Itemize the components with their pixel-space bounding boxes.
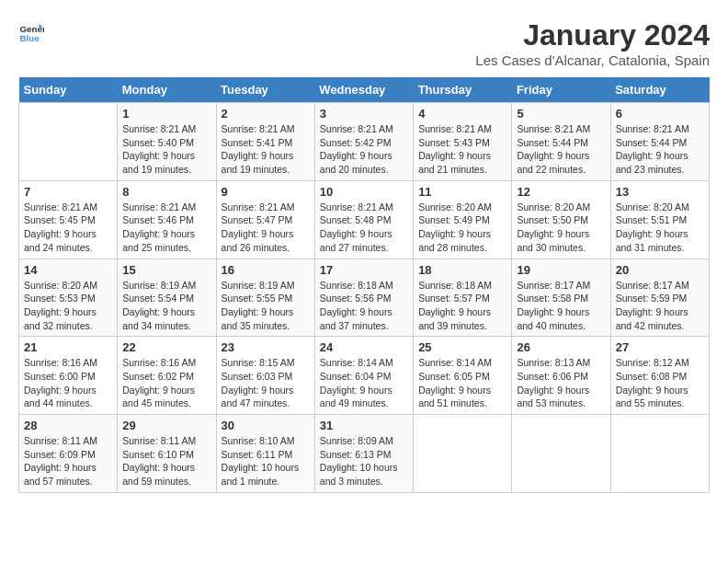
logo: General Blue [18, 18, 44, 44]
calendar-cell: 19Sunrise: 8:17 AM Sunset: 5:58 PM Dayli… [512, 259, 610, 337]
day-number: 28 [24, 419, 112, 432]
day-info: Sunrise: 8:21 AM Sunset: 5:40 PM Dayligh… [122, 122, 210, 177]
calendar-cell: 7Sunrise: 8:21 AM Sunset: 5:45 PM Daylig… [19, 180, 118, 259]
day-info: Sunrise: 8:19 AM Sunset: 5:55 PM Dayligh… [222, 279, 310, 333]
week-row-3: 14Sunrise: 8:20 AM Sunset: 5:53 PM Dayli… [19, 259, 710, 337]
subtitle: Les Cases d'Alcanar, Catalonia, Spain [475, 52, 710, 68]
calendar-cell: 26Sunrise: 8:13 AM Sunset: 6:06 PM Dayli… [512, 337, 610, 415]
day-number: 13 [616, 185, 704, 199]
day-info: Sunrise: 8:14 AM Sunset: 6:04 PM Dayligh… [320, 356, 408, 410]
day-info: Sunrise: 8:20 AM Sunset: 5:53 PM Dayligh… [24, 279, 112, 333]
calendar-cell: 22Sunrise: 8:16 AM Sunset: 6:02 PM Dayli… [118, 337, 216, 415]
header-sunday: Sunday [19, 77, 118, 103]
day-number: 18 [418, 263, 506, 277]
day-info: Sunrise: 8:09 AM Sunset: 6:13 PM Dayligh… [320, 434, 408, 488]
day-info: Sunrise: 8:16 AM Sunset: 6:02 PM Dayligh… [122, 356, 210, 410]
calendar-cell: 23Sunrise: 8:15 AM Sunset: 6:03 PM Dayli… [216, 337, 314, 415]
header-tuesday: Tuesday [216, 77, 314, 103]
calendar-cell [19, 103, 118, 181]
day-info: Sunrise: 8:11 AM Sunset: 6:09 PM Dayligh… [24, 434, 112, 488]
day-number: 12 [517, 185, 605, 199]
day-number: 1 [122, 107, 210, 121]
day-info: Sunrise: 8:17 AM Sunset: 5:59 PM Dayligh… [616, 279, 704, 333]
day-info: Sunrise: 8:19 AM Sunset: 5:54 PM Dayligh… [122, 279, 210, 333]
day-number: 25 [418, 340, 506, 354]
calendar-cell: 8Sunrise: 8:21 AM Sunset: 5:46 PM Daylig… [118, 180, 216, 259]
header-wednesday: Wednesday [314, 77, 413, 103]
calendar-cell: 31Sunrise: 8:09 AM Sunset: 6:13 PM Dayli… [314, 415, 413, 493]
calendar-cell: 12Sunrise: 8:20 AM Sunset: 5:50 PM Dayli… [512, 180, 610, 259]
day-number: 7 [24, 185, 112, 199]
day-number: 14 [24, 263, 112, 277]
day-info: Sunrise: 8:18 AM Sunset: 5:56 PM Dayligh… [320, 279, 408, 333]
calendar-cell: 18Sunrise: 8:18 AM Sunset: 5:57 PM Dayli… [414, 259, 512, 337]
day-info: Sunrise: 8:11 AM Sunset: 6:10 PM Dayligh… [122, 434, 210, 488]
day-number: 30 [222, 419, 310, 432]
calendar-cell [414, 415, 512, 493]
day-number: 10 [320, 185, 408, 199]
calendar-header-row: SundayMondayTuesdayWednesdayThursdayFrid… [19, 77, 710, 103]
day-number: 5 [517, 107, 605, 121]
day-info: Sunrise: 8:21 AM Sunset: 5:45 PM Dayligh… [24, 201, 112, 255]
day-info: Sunrise: 8:16 AM Sunset: 6:00 PM Dayligh… [24, 356, 112, 410]
day-info: Sunrise: 8:21 AM Sunset: 5:47 PM Dayligh… [222, 201, 310, 255]
week-row-2: 7Sunrise: 8:21 AM Sunset: 5:45 PM Daylig… [19, 180, 710, 259]
calendar-cell: 30Sunrise: 8:10 AM Sunset: 6:11 PM Dayli… [216, 415, 314, 493]
header-saturday: Saturday [610, 77, 709, 103]
day-info: Sunrise: 8:15 AM Sunset: 6:03 PM Dayligh… [222, 356, 310, 410]
day-number: 20 [616, 263, 704, 277]
calendar-cell: 28Sunrise: 8:11 AM Sunset: 6:09 PM Dayli… [19, 415, 118, 493]
day-number: 31 [320, 419, 408, 432]
day-info: Sunrise: 8:12 AM Sunset: 6:08 PM Dayligh… [616, 356, 704, 410]
day-number: 27 [616, 340, 704, 354]
day-info: Sunrise: 8:21 AM Sunset: 5:48 PM Dayligh… [320, 201, 408, 255]
header-thursday: Thursday [414, 77, 512, 103]
day-info: Sunrise: 8:20 AM Sunset: 5:49 PM Dayligh… [418, 201, 506, 255]
calendar-cell: 16Sunrise: 8:19 AM Sunset: 5:55 PM Dayli… [216, 259, 314, 337]
day-info: Sunrise: 8:20 AM Sunset: 5:51 PM Dayligh… [616, 201, 704, 255]
day-number: 4 [418, 107, 506, 121]
day-info: Sunrise: 8:21 AM Sunset: 5:41 PM Dayligh… [222, 122, 310, 177]
calendar-cell: 4Sunrise: 8:21 AM Sunset: 5:43 PM Daylig… [414, 103, 512, 181]
title-area: January 2024 Les Cases d'Alcanar, Catalo… [475, 18, 710, 68]
day-number: 8 [122, 185, 210, 199]
calendar-cell: 25Sunrise: 8:14 AM Sunset: 6:05 PM Dayli… [414, 337, 512, 415]
day-number: 23 [222, 340, 310, 354]
day-info: Sunrise: 8:20 AM Sunset: 5:50 PM Dayligh… [517, 201, 605, 255]
day-number: 29 [122, 419, 210, 432]
main-title: January 2024 [475, 18, 710, 52]
calendar-cell: 9Sunrise: 8:21 AM Sunset: 5:47 PM Daylig… [216, 180, 314, 259]
calendar-cell: 3Sunrise: 8:21 AM Sunset: 5:42 PM Daylig… [314, 103, 413, 181]
calendar-cell: 5Sunrise: 8:21 AM Sunset: 5:44 PM Daylig… [512, 103, 610, 181]
day-number: 19 [517, 263, 605, 277]
calendar-cell [610, 415, 709, 493]
calendar-cell: 13Sunrise: 8:20 AM Sunset: 5:51 PM Dayli… [610, 180, 709, 259]
day-info: Sunrise: 8:13 AM Sunset: 6:06 PM Dayligh… [517, 356, 605, 410]
day-number: 3 [320, 107, 408, 121]
week-row-5: 28Sunrise: 8:11 AM Sunset: 6:09 PM Dayli… [19, 415, 710, 493]
header-friday: Friday [512, 77, 610, 103]
day-info: Sunrise: 8:17 AM Sunset: 5:58 PM Dayligh… [517, 279, 605, 333]
calendar-cell: 10Sunrise: 8:21 AM Sunset: 5:48 PM Dayli… [314, 180, 413, 259]
day-info: Sunrise: 8:21 AM Sunset: 5:44 PM Dayligh… [616, 122, 704, 177]
calendar-cell: 2Sunrise: 8:21 AM Sunset: 5:41 PM Daylig… [216, 103, 314, 181]
svg-text:Blue: Blue [19, 33, 40, 43]
week-row-1: 1Sunrise: 8:21 AM Sunset: 5:40 PM Daylig… [19, 103, 710, 181]
calendar-cell: 1Sunrise: 8:21 AM Sunset: 5:40 PM Daylig… [118, 103, 216, 181]
calendar-cell: 27Sunrise: 8:12 AM Sunset: 6:08 PM Dayli… [610, 337, 709, 415]
day-number: 15 [122, 263, 210, 277]
calendar-cell: 20Sunrise: 8:17 AM Sunset: 5:59 PM Dayli… [610, 259, 709, 337]
day-number: 21 [24, 340, 112, 354]
calendar-table: SundayMondayTuesdayWednesdayThursdayFrid… [18, 77, 710, 493]
logo-icon: General Blue [18, 18, 44, 44]
calendar-cell: 17Sunrise: 8:18 AM Sunset: 5:56 PM Dayli… [314, 259, 413, 337]
day-number: 9 [222, 185, 310, 199]
calendar-cell: 11Sunrise: 8:20 AM Sunset: 5:49 PM Dayli… [414, 180, 512, 259]
calendar-cell: 14Sunrise: 8:20 AM Sunset: 5:53 PM Dayli… [19, 259, 118, 337]
day-number: 16 [222, 263, 310, 277]
calendar-cell: 15Sunrise: 8:19 AM Sunset: 5:54 PM Dayli… [118, 259, 216, 337]
day-info: Sunrise: 8:10 AM Sunset: 6:11 PM Dayligh… [222, 434, 310, 488]
day-number: 22 [122, 340, 210, 354]
calendar-cell: 24Sunrise: 8:14 AM Sunset: 6:04 PM Dayli… [314, 337, 413, 415]
day-number: 11 [418, 185, 506, 199]
